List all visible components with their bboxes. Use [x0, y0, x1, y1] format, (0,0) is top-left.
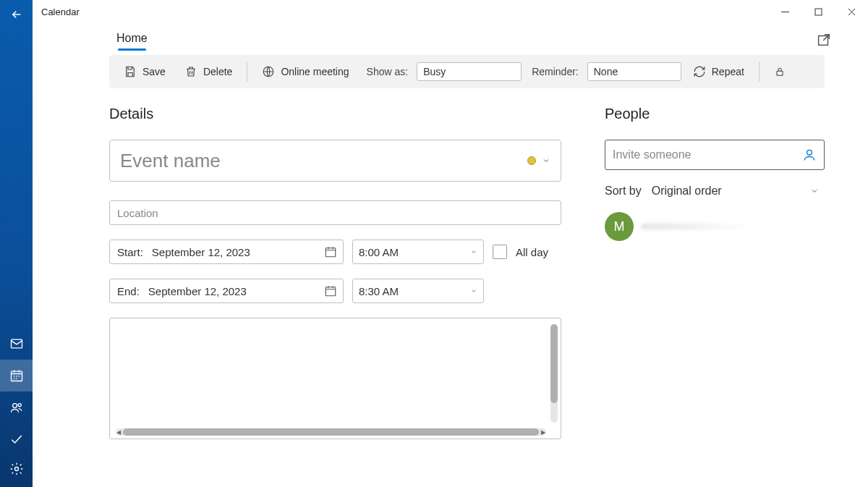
reminder-label: Reminder: — [526, 66, 579, 77]
start-date-value: September 12, 2023 — [152, 246, 324, 258]
svg-rect-9 — [326, 248, 336, 257]
horizontal-scrollbar[interactable]: ◀▶ — [116, 428, 546, 436]
repeat-label: Repeat — [712, 66, 744, 77]
maximize-icon — [814, 8, 822, 16]
vertical-scrollbar[interactable] — [550, 324, 558, 423]
category-dropdown[interactable] — [542, 156, 550, 165]
trash-icon — [184, 65, 197, 78]
sort-select[interactable]: Original order — [652, 185, 825, 198]
chevron-down-icon — [470, 248, 477, 255]
repeat-icon — [693, 65, 706, 78]
show-as-label: Show as: — [361, 66, 409, 77]
title-bar: Calendar — [33, 0, 868, 23]
description-field[interactable]: ◀▶ — [109, 318, 561, 439]
popout-icon — [816, 32, 832, 48]
rail-calendar[interactable] — [0, 360, 33, 391]
end-date-value: September 12, 2023 — [148, 285, 324, 297]
svg-rect-5 — [815, 9, 822, 15]
event-name-input[interactable] — [120, 150, 527, 172]
attendee-name-redacted — [641, 221, 757, 232]
rail-settings[interactable] — [0, 455, 33, 487]
main-area: Calendar Home Save Del — [33, 0, 868, 487]
allday-checkbox[interactable] — [493, 245, 507, 259]
start-time-select[interactable]: 8:00 AM — [352, 240, 484, 264]
minimize-button[interactable] — [768, 0, 801, 23]
start-row: Start: September 12, 2023 8:00 AM All da… — [109, 240, 561, 264]
lock-icon — [774, 66, 786, 77]
window-controls — [768, 0, 868, 23]
svg-point-11 — [807, 150, 812, 155]
svg-point-2 — [12, 404, 17, 408]
svg-rect-8 — [777, 71, 783, 75]
gear-icon — [9, 462, 24, 476]
avatar-initial: M — [614, 219, 625, 234]
checkmark-icon — [9, 432, 24, 446]
start-time-value: 8:00 AM — [359, 246, 399, 258]
calendar-icon — [324, 245, 337, 258]
delete-label: Delete — [203, 66, 232, 77]
calendar-icon — [324, 284, 337, 297]
description-textarea[interactable] — [130, 324, 546, 422]
end-time-select[interactable]: 8:30 AM — [352, 279, 484, 303]
start-date-picker[interactable]: Start: September 12, 2023 — [109, 240, 344, 264]
sort-label: Sort by — [605, 185, 642, 198]
people-column: People Sort by Original order M — [605, 106, 825, 439]
avatar: M — [605, 212, 634, 241]
chevron-down-icon — [810, 187, 819, 195]
delete-button[interactable]: Delete — [177, 61, 239, 82]
window-title: Calendar — [41, 7, 80, 17]
close-button[interactable] — [835, 0, 868, 23]
save-icon — [124, 65, 137, 78]
repeat-button[interactable]: Repeat — [686, 61, 752, 82]
back-button[interactable] — [0, 0, 33, 29]
rail-people[interactable] — [0, 391, 33, 423]
tab-home[interactable]: Home — [109, 29, 155, 51]
separator — [759, 62, 760, 82]
location-input[interactable] — [117, 207, 553, 219]
svg-rect-0 — [11, 339, 22, 348]
svg-rect-10 — [326, 287, 336, 296]
category-color-dot — [527, 156, 536, 165]
reminder-value: None — [594, 66, 618, 77]
end-row: End: September 12, 2023 8:30 AM — [109, 279, 561, 303]
online-meeting-button[interactable]: Online meeting — [255, 61, 356, 82]
online-meeting-label: Online meeting — [281, 66, 349, 77]
calendar-icon — [9, 368, 24, 383]
details-title: Details — [109, 106, 561, 122]
sort-row: Sort by Original order — [605, 185, 825, 198]
maximize-button[interactable] — [801, 0, 835, 23]
attendee-item[interactable]: M — [605, 212, 825, 241]
content: Details Start: September 12, 2023 8:00 — [33, 88, 868, 439]
reminder-select[interactable]: None — [587, 62, 681, 81]
minimize-icon — [781, 8, 789, 16]
tab-home-label: Home — [116, 32, 148, 44]
person-icon — [802, 148, 817, 162]
globe-icon — [262, 65, 275, 78]
rail-mail[interactable] — [0, 328, 33, 360]
arrow-left-icon — [10, 8, 23, 21]
invite-input[interactable] — [613, 148, 802, 161]
end-label: End: — [117, 285, 140, 297]
details-column: Details Start: September 12, 2023 8:00 — [109, 106, 561, 439]
save-label: Save — [142, 66, 166, 77]
start-label: Start: — [117, 246, 143, 258]
private-button[interactable] — [767, 62, 793, 82]
toolbar: Save Delete Online meeting Show as: Busy… — [109, 55, 825, 88]
people-icon — [9, 400, 24, 415]
location-field[interactable] — [109, 200, 561, 225]
svg-point-4 — [14, 467, 18, 471]
show-as-select[interactable]: Busy — [417, 62, 522, 81]
popout-button[interactable] — [813, 29, 835, 51]
allday-label: All day — [516, 246, 548, 258]
event-name-field[interactable] — [109, 140, 561, 182]
end-time-value: 8:30 AM — [359, 285, 399, 297]
left-rail — [0, 0, 33, 487]
svg-point-3 — [18, 404, 21, 407]
tab-row: Home — [98, 23, 846, 51]
invite-field[interactable] — [605, 140, 825, 170]
close-icon — [848, 8, 856, 16]
end-date-picker[interactable]: End: September 12, 2023 — [109, 279, 344, 303]
rail-todo[interactable] — [0, 423, 33, 455]
save-button[interactable]: Save — [116, 61, 173, 82]
chevron-down-icon — [542, 156, 550, 165]
